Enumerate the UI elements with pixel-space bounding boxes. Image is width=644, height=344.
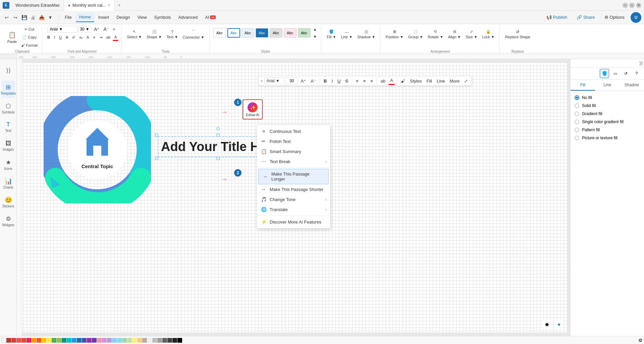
minimize-button[interactable]: ─ [623,3,628,8]
print-button[interactable]: 🖨 [29,13,37,21]
format-expand-btn[interactable]: ⤢ [463,78,470,85]
style-swatch-3[interactable]: Abc [241,28,254,38]
style-swatch-2[interactable]: Abc [227,28,240,38]
underline-button[interactable]: U [57,34,63,41]
save-button[interactable]: 💾 [20,13,28,21]
canvas-area[interactable]: Central Topic Add Your Title He ○ Arial … [17,59,570,336]
color-swatch[interactable] [127,338,132,343]
italic-button[interactable]: I [52,34,57,41]
color-swatch[interactable] [42,338,46,343]
bold-button[interactable]: B [46,34,52,41]
color-swatch[interactable] [97,338,102,343]
align-button[interactable]: ⊟ Align ▼ [446,26,463,43]
undo-button[interactable]: ↩ [3,13,11,21]
replace-shape-button[interactable]: ⇄ Replace Shape [503,26,532,43]
color-swatch[interactable] [72,338,76,343]
sidebar-item-symbols[interactable]: ⬡ Symbols [2,99,15,117]
style-swatch-6[interactable]: Abc [284,28,297,38]
menu-advanced[interactable]: Advanced [175,13,201,22]
format-italic[interactable]: I [330,78,334,85]
font-size-selector[interactable]: 30 ▼ [78,26,92,33]
format-painter-btn[interactable]: 🖌 [399,78,407,85]
color-swatch[interactable] [92,338,97,343]
fill-option-single-gradient[interactable]: Single color gradient fill [573,118,641,126]
format-font-selector[interactable]: Arial ▼ [264,78,284,84]
publish-button[interactable]: 📢 Publish [543,13,571,22]
tab-add-button[interactable]: + [115,3,124,8]
color-swatch[interactable] [172,338,177,343]
format-strikethrough[interactable]: S [343,78,350,85]
sidebar-item-expand[interactable]: ⟩⟩ [2,62,15,79]
color-swatch[interactable] [77,338,82,343]
color-swatch[interactable] [21,338,26,343]
format-align-center[interactable]: ≡ [362,78,368,85]
no-fill-color[interactable] [1,338,6,343]
fill-gradient-radio[interactable] [575,111,579,116]
ctx-text-break[interactable]: ⋯ Text Break › [257,156,330,166]
edraw-ai-button[interactable]: ✨ Edraw AI [243,99,263,119]
sidebar-item-stickers[interactable]: 😊 Stickers [2,193,15,211]
color-swatch[interactable] [26,338,31,343]
style-swatch-7[interactable]: Abc [298,28,311,38]
ctx-translate[interactable]: 🌐 Translate › [257,204,330,214]
ai-assist-button[interactable]: ✦ [554,320,564,329]
rp-help-icon-btn[interactable]: ? [632,69,641,78]
color-swatch[interactable] [152,338,157,343]
tab-edrawmax[interactable]: Wondershare EdrawMax [11,0,64,11]
palette-settings[interactable]: ⚙ [638,338,643,343]
color-swatch[interactable] [32,338,36,343]
list-button[interactable]: ≡ [91,34,97,41]
styles-scroll-down[interactable]: ▼ [312,33,319,40]
fill-pattern-radio[interactable] [575,128,579,132]
redo-button[interactable]: ↪ [11,13,19,21]
color-swatch[interactable] [157,338,162,343]
rotate-button[interactable]: ↻ Rotate ▼ [426,26,445,43]
decrease-font-button[interactable]: A⁻ [102,26,111,33]
rp-collapse-button[interactable]: ⟩⟩ [639,60,643,66]
copy-button[interactable]: 📄 Copy [19,34,39,41]
handle-bm[interactable] [216,157,220,160]
sidebar-item-charts[interactable]: 📊 Charts [2,175,15,192]
color-swatch[interactable] [107,338,112,343]
color-swatch[interactable] [132,338,137,343]
menu-design[interactable]: Design [113,13,133,22]
color-swatch[interactable] [102,338,107,343]
color-swatch[interactable] [82,338,87,343]
superscript-button[interactable]: x² [70,34,77,41]
line-button[interactable]: — Line ▼ [339,26,355,43]
fill-option-pattern[interactable]: Pattern fill [573,126,641,134]
ctx-discover-ai[interactable]: ⚡ Discover More AI Features [257,217,330,227]
sidebar-item-widgets[interactable]: ⚙ Widgets [2,212,15,230]
rp-tab-shadow[interactable]: Shadow [620,80,644,91]
format-align-right[interactable]: ≡ [369,78,375,85]
indent-button[interactable]: ⇥ [98,34,104,41]
format-size-down[interactable]: A⁻ [309,78,318,85]
color-swatch[interactable] [87,338,92,343]
position-button[interactable]: ⊞ Position ▼ [384,26,406,43]
subscript-button[interactable]: x₂ [78,34,85,41]
fill-none-radio[interactable] [575,95,579,100]
fill-option-solid[interactable]: Solid fill [573,102,641,110]
sidebar-item-templates[interactable]: ⊞ Templates [2,81,15,98]
fill-option-none[interactable]: No fill [573,94,641,102]
font-family-selector[interactable]: Arial ▼ [47,26,77,33]
tab-monthly-work[interactable]: ● Monthly work cal... ✕ [64,0,115,11]
sidebar-item-images[interactable]: 🖼 Images [2,137,15,154]
text-direction-button[interactable]: ab [105,34,112,41]
rp-fill-icon-btn[interactable]: 🪣 [600,69,609,78]
style-swatch-5[interactable]: Abc [270,28,282,38]
size-button[interactable]: ⤢ Size ▼ [464,26,479,43]
format-line-btn[interactable]: Line [435,78,447,85]
menu-file[interactable]: File [61,13,75,22]
ctx-continuous-text[interactable]: ≡ Continuous Text [257,126,330,136]
color-swatch[interactable] [142,338,147,343]
style-swatch-4[interactable]: Abc [256,28,268,38]
rp-tab-fill[interactable]: Fill [571,80,595,91]
shadow-button[interactable]: ◫ Shadow ▼ [355,26,377,43]
color-swatch[interactable] [37,338,41,343]
fill-option-gradient[interactable]: Gradient fill [573,110,641,118]
color-swatch[interactable] [57,338,61,343]
paste-button[interactable]: 📋 Paste [5,29,19,46]
color-swatch[interactable] [137,338,142,343]
format-painter-button[interactable]: 🖌 Format [19,42,39,49]
